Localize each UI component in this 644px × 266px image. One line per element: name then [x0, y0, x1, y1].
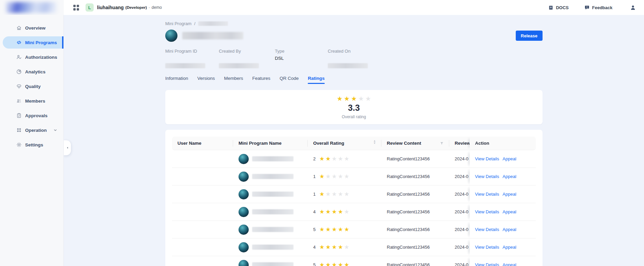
- sidebar-item-label: Quality: [25, 84, 41, 89]
- table-row: 5 ★★★★★ RatingContent123456 2024-0: [172, 221, 536, 238]
- view-details-link[interactable]: View Details: [475, 156, 499, 161]
- gem-icon: [16, 84, 22, 89]
- rating-value: 4: [313, 209, 318, 214]
- star-filled-icon: ★: [338, 208, 343, 215]
- review-content: RatingContent123456: [381, 203, 449, 221]
- view-details-link[interactable]: View Details: [475, 209, 499, 214]
- summary-stars: ★★★★★: [337, 95, 371, 102]
- col-review-content[interactable]: Review Content: [381, 137, 449, 150]
- ratings-table: User Name Mini Program Name Overall Rati…: [172, 137, 536, 266]
- docs-label: DOCS: [556, 5, 569, 10]
- sidebar-item-label: Analytics: [25, 69, 45, 74]
- sidebar-item[interactable]: Approvals: [0, 109, 63, 122]
- sidebar-item[interactable]: Analytics: [0, 66, 63, 78]
- star-filled-icon: ★: [344, 95, 349, 102]
- sidebar-item[interactable]: Settings: [0, 139, 63, 151]
- star-filled-icon: ★: [319, 244, 324, 251]
- release-button[interactable]: Release: [516, 31, 543, 41]
- docs-button[interactable]: DOCS: [548, 5, 569, 10]
- tab[interactable]: QR Code: [280, 76, 299, 84]
- grid-icon: [16, 127, 22, 133]
- rating-value: 4: [313, 245, 318, 250]
- meta-label: Created By: [219, 49, 275, 54]
- view-details-link[interactable]: View Details: [475, 192, 499, 197]
- feedback-icon: [584, 5, 590, 10]
- clipboard-icon: [16, 113, 22, 118]
- view-details-link[interactable]: View Details: [475, 227, 499, 232]
- view-details-link[interactable]: View Details: [475, 174, 499, 179]
- star-filled-icon: ★: [325, 208, 330, 215]
- view-details-link[interactable]: View Details: [475, 262, 499, 266]
- meta-value: [219, 56, 275, 61]
- view-details-link[interactable]: View Details: [475, 245, 499, 250]
- sidebar-collapse-handle[interactable]: [64, 140, 71, 155]
- star-filled-icon: ★: [351, 95, 357, 102]
- appeal-link[interactable]: Appeal: [503, 192, 516, 197]
- sort-icon[interactable]: ▲▼: [373, 141, 376, 146]
- sidebar-item[interactable]: Mini Programs: [3, 36, 63, 49]
- appeal-link[interactable]: Appeal: [503, 209, 516, 214]
- sidebar-item[interactable]: Overview: [0, 22, 63, 34]
- appeal-link[interactable]: Appeal: [503, 245, 516, 250]
- sidebar-item[interactable]: Quality: [0, 80, 63, 92]
- meta-value-blurred: [165, 63, 205, 68]
- mini-program-name-blurred: [252, 156, 293, 161]
- table-header-row: User Name Mini Program Name Overall Rati…: [172, 137, 536, 150]
- feedback-button[interactable]: Feedback: [584, 5, 612, 10]
- star-empty-icon: ★: [338, 155, 343, 162]
- star-filled-icon: ★: [325, 261, 330, 266]
- sidebar-item-label: Mini Programs: [25, 40, 57, 45]
- filter-icon[interactable]: [440, 141, 444, 145]
- mini-program-avatar: [165, 30, 177, 42]
- mini-program-name-blurred: [252, 245, 293, 250]
- breadcrumb-root[interactable]: Mini Program: [165, 21, 191, 26]
- col-user-name: User Name: [172, 137, 233, 150]
- tab[interactable]: Features: [252, 76, 270, 84]
- col-mini-program-name: Mini Program Name: [233, 137, 308, 150]
- col-overall-rating[interactable]: Overall Rating ▲▼: [308, 137, 381, 150]
- star-filled-icon: ★: [319, 261, 324, 266]
- sidebar-item[interactable]: Authorizations: [0, 51, 63, 63]
- star-filled-icon: ★: [319, 173, 324, 180]
- appeal-link[interactable]: Appeal: [503, 262, 516, 266]
- tab[interactable]: Information: [165, 76, 188, 84]
- feedback-label: Feedback: [592, 5, 612, 10]
- star-filled-icon: ★: [338, 261, 343, 266]
- meta-value: DSL: [275, 56, 328, 61]
- tab[interactable]: Ratings: [308, 76, 325, 84]
- rating-cell: 1 ★★★★★: [313, 191, 376, 198]
- sidebar-item-label: Authorizations: [25, 55, 57, 60]
- mini-program-name-blurred: [252, 192, 293, 197]
- rating-cell: 1 ★★★★★: [313, 173, 376, 180]
- tab[interactable]: Versions: [197, 76, 215, 84]
- workspace-name[interactable]: liuhaihuang: [97, 5, 124, 10]
- rating-stars: ★★★★★: [319, 244, 349, 251]
- review-content: RatingContent123456: [381, 168, 449, 185]
- appeal-link[interactable]: Appeal: [503, 174, 516, 179]
- star-filled-icon: ★: [332, 244, 337, 251]
- app-window: L liuhaihuang (Developer) · demo DOCS Fe…: [0, 0, 644, 266]
- meta-item: Created On: [328, 49, 368, 68]
- apps-grid-icon[interactable]: [73, 4, 79, 11]
- star-filled-icon: ★: [319, 191, 324, 198]
- sidebar-item[interactable]: Operation: [0, 124, 63, 136]
- meta-label: Created On: [328, 49, 368, 54]
- appeal-link[interactable]: Appeal: [503, 227, 516, 232]
- rating-stars: ★★★★★: [319, 191, 349, 198]
- table-row: 2 ★★★★★ RatingContent123456 2024-0: [172, 150, 536, 168]
- workspace-avatar[interactable]: L: [86, 3, 94, 12]
- rating-value: 2: [313, 156, 318, 161]
- tab[interactable]: Members: [224, 76, 243, 84]
- brand-logo-blurred: [6, 2, 56, 13]
- appeal-link[interactable]: Appeal: [503, 156, 516, 161]
- star-empty-icon: ★: [344, 155, 349, 162]
- rating-value: 1: [313, 192, 318, 197]
- sidebar-item[interactable]: Members: [0, 95, 63, 107]
- user-account-icon[interactable]: [630, 5, 636, 11]
- overall-rating-card: ★★★★★ 3.3 Overall rating: [165, 90, 543, 124]
- review-content: RatingContent123456: [381, 185, 449, 203]
- star-empty-icon: ★: [338, 191, 343, 198]
- sidebar-item-label: Approvals: [25, 113, 48, 118]
- star-empty-icon: ★: [332, 173, 337, 180]
- sidebar-item-label: Settings: [25, 142, 43, 147]
